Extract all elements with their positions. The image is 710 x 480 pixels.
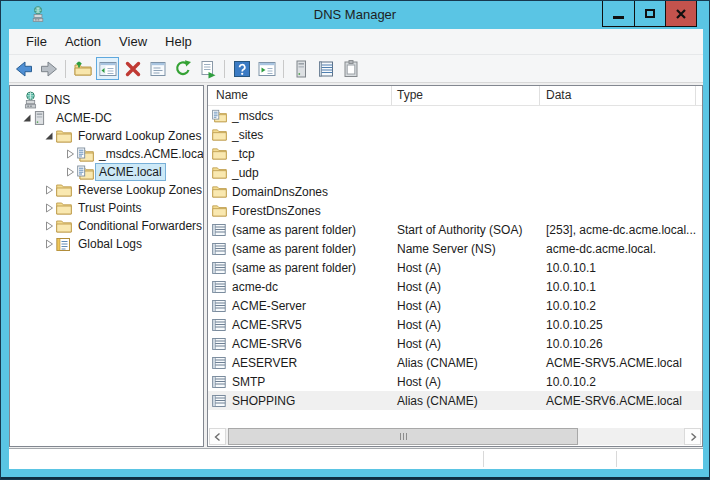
toolbar-separator — [283, 60, 284, 78]
list-header: Name Type Data — [208, 86, 702, 106]
chevron-collapsed-icon[interactable] — [42, 219, 56, 233]
list-row-domaindnszones[interactable]: DomainDnsZones — [208, 182, 702, 201]
record-name: acme-dc — [232, 280, 278, 294]
list-row-aeserver[interactable]: AESERVER Alias (CNAME) ACME-SRV5.ACME.lo… — [208, 353, 702, 372]
maximize-button[interactable] — [634, 1, 665, 26]
record-name: (same as parent folder) — [232, 223, 356, 237]
toolbar-copy-button[interactable] — [339, 57, 362, 80]
minimize-button[interactable] — [603, 1, 634, 26]
toolbar-forward-button[interactable] — [37, 57, 60, 80]
zone-icon — [77, 165, 95, 180]
record-icon — [212, 375, 227, 389]
tree-item-label: Reverse Lookup Zones — [74, 181, 204, 199]
chevron-collapsed-icon[interactable] — [63, 165, 77, 179]
chevron-collapsed-icon[interactable] — [63, 147, 77, 161]
list-row-parent-host[interactable]: (same as parent folder) Host (A) 10.0.10… — [208, 258, 702, 277]
toolbar-refresh-button[interactable] — [171, 57, 194, 80]
record-name: _sites — [232, 128, 263, 142]
column-header-name[interactable]: Name — [208, 86, 392, 105]
list-row-udp[interactable]: _udp — [208, 163, 702, 182]
tree-item-dns-root[interactable]: DNS — [10, 91, 203, 109]
record-icon — [212, 299, 227, 313]
menu-view[interactable]: View — [110, 31, 156, 52]
list-row-soa[interactable]: (same as parent folder) Start of Authori… — [208, 220, 702, 239]
menu-file[interactable]: File — [17, 31, 56, 52]
action-pane-icon — [257, 59, 277, 79]
results-pane: Name Type Data _msdcs _sites — [207, 85, 703, 447]
title-bar[interactable]: DNS Manager — [1, 1, 709, 29]
list-row-acme-server[interactable]: ACME-Server Host (A) 10.0.10.2 — [208, 296, 702, 315]
tree-item-label: Conditional Forwarders — [74, 217, 204, 235]
zone-icon — [77, 147, 95, 162]
menu-action[interactable]: Action — [56, 31, 110, 52]
tree-item-forward-lookup-zones[interactable]: Forward Lookup Zones — [10, 127, 203, 145]
record-name: ForestDnsZones — [232, 204, 321, 218]
list-row-acme-srv5[interactable]: ACME-SRV5 Host (A) 10.0.10.25 — [208, 315, 702, 334]
horizontal-scrollbar[interactable] — [209, 428, 701, 445]
record-name: SMTP — [232, 375, 265, 389]
chevron-collapsed-icon[interactable] — [42, 201, 56, 215]
column-header-type[interactable]: Type — [392, 86, 540, 105]
record-name: ACME-SRV6 — [232, 337, 302, 351]
record-list-icon — [316, 59, 336, 79]
record-name: (same as parent folder) — [232, 242, 356, 256]
scroll-left-button[interactable] — [209, 428, 226, 445]
tree-item-trust-points[interactable]: Trust Points — [10, 199, 203, 217]
list-row-smtp[interactable]: SMTP Host (A) 10.0.10.2 — [208, 372, 702, 391]
record-data: 10.0.10.25 — [540, 318, 702, 332]
list-row-tcp[interactable]: _tcp — [208, 144, 702, 163]
toolbar-server-button[interactable] — [289, 57, 312, 80]
column-header-data[interactable]: Data — [540, 86, 696, 105]
toolbar — [9, 55, 703, 83]
up-folder-icon — [73, 59, 93, 79]
record-type: Host (A) — [392, 261, 540, 275]
scrollbar-thumb[interactable] — [228, 428, 578, 445]
tree-item-reverse-lookup-zones[interactable]: Reverse Lookup Zones — [10, 181, 203, 199]
menu-help[interactable]: Help — [156, 31, 201, 52]
list-row-shopping[interactable]: SHOPPING Alias (CNAME) ACME-SRV6.ACME.lo… — [208, 391, 702, 410]
toolbar-up-one-level-button[interactable] — [71, 57, 94, 80]
record-type: Name Server (NS) — [392, 242, 540, 256]
toolbar-separator — [224, 60, 225, 78]
record-name: ACME-Server — [232, 299, 306, 313]
tree-item-global-logs[interactable]: Global Logs — [10, 235, 203, 253]
record-icon — [212, 337, 227, 351]
record-icon — [212, 394, 227, 408]
list-row-forestdnszones[interactable]: ForestDnsZones — [208, 201, 702, 220]
window-bottom-edge — [1, 477, 709, 479]
list-row-ns[interactable]: (same as parent folder) Name Server (NS)… — [208, 239, 702, 258]
tree-item-label: Forward Lookup Zones — [74, 127, 204, 145]
toolbar-help-button[interactable] — [230, 57, 253, 80]
tree-item-label: Global Logs — [74, 235, 146, 253]
status-bar-divider — [616, 451, 617, 467]
list-row-msdcs[interactable]: _msdcs — [208, 106, 702, 125]
tree-item-acme-local[interactable]: ACME.local — [10, 163, 203, 181]
panes-area: DNS ACME-DC Forward Lookup Zones — [9, 83, 703, 448]
record-icon — [212, 242, 227, 256]
chevron-collapsed-icon[interactable] — [42, 183, 56, 197]
tree-item-conditional-forwarders[interactable]: Conditional Forwarders — [10, 217, 203, 235]
list-row-sites[interactable]: _sites — [208, 125, 702, 144]
folder-icon — [212, 166, 227, 179]
tree-item-acme-dc[interactable]: ACME-DC — [10, 109, 203, 127]
list-row-acme-srv6[interactable]: ACME-SRV6 Host (A) 10.0.10.26 — [208, 334, 702, 353]
list-row-acme-dc[interactable]: acme-dc Host (A) 10.0.10.1 — [208, 277, 702, 296]
close-button[interactable] — [665, 1, 696, 26]
tree-item-msdcs-acme-local[interactable]: _msdcs.ACME.local — [10, 145, 203, 163]
status-bar-divider — [483, 451, 484, 467]
toolbar-back-button[interactable] — [12, 57, 35, 80]
toolbar-show-action-pane-button[interactable] — [255, 57, 278, 80]
tree-item-label-selected: ACME.local — [95, 163, 166, 181]
console-tree-icon — [98, 59, 118, 79]
chevron-expanded-icon[interactable] — [20, 111, 34, 125]
record-icon — [212, 318, 227, 332]
scroll-right-button[interactable] — [684, 428, 701, 445]
toolbar-export-list-button[interactable] — [196, 57, 219, 80]
toolbar-show-console-tree-button[interactable] — [96, 57, 119, 80]
toolbar-properties-button[interactable] — [146, 57, 169, 80]
toolbar-record-list-button[interactable] — [314, 57, 337, 80]
toolbar-delete-button[interactable] — [121, 57, 144, 80]
scrollbar-track[interactable] — [226, 428, 684, 445]
chevron-expanded-icon[interactable] — [42, 129, 56, 143]
chevron-collapsed-icon[interactable] — [42, 237, 56, 251]
